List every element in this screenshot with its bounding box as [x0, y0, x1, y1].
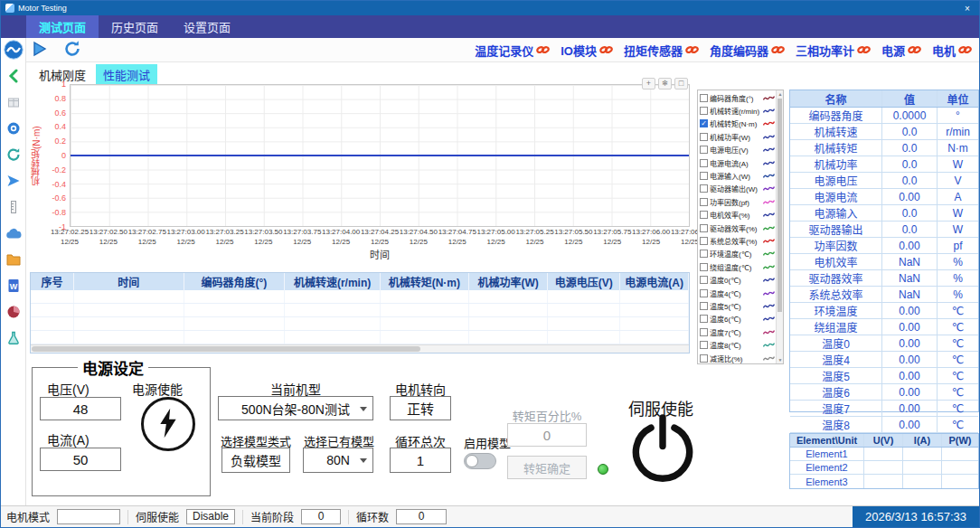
- nav-tab-2[interactable]: 设置页面: [171, 15, 243, 38]
- legend-scroll-thumb[interactable]: [777, 99, 782, 312]
- legend-item-20[interactable]: 减速比(%): [700, 352, 775, 364]
- legend-item-2[interactable]: ✓机械转矩(N·m): [700, 118, 775, 130]
- legend-item-6[interactable]: 电源输入(W): [700, 169, 775, 182]
- cycle-count-input[interactable]: [390, 448, 451, 473]
- legend-item-15[interactable]: 温度4(℃): [700, 287, 775, 299]
- checkbox[interactable]: [700, 159, 708, 167]
- checkbox[interactable]: [700, 224, 708, 232]
- link-broken-icon[interactable]: [771, 43, 785, 56]
- checkbox[interactable]: [700, 94, 708, 102]
- legend-item-18[interactable]: 温度7(℃): [700, 325, 775, 338]
- start-test-button[interactable]: [32, 41, 47, 60]
- scrollbar-thumb[interactable]: [32, 346, 420, 352]
- cloud-icon[interactable]: [4, 224, 24, 242]
- ruler-icon[interactable]: [4, 198, 24, 216]
- legend-item-10[interactable]: 驱动器效率(%): [700, 222, 775, 234]
- checkbox[interactable]: [700, 315, 708, 323]
- link-broken-icon[interactable]: [599, 43, 613, 56]
- checkbox[interactable]: [700, 184, 708, 193]
- pan-icon[interactable]: +: [642, 78, 655, 90]
- checkbox[interactable]: [700, 263, 708, 271]
- legend-item-12[interactable]: 环境温度(℃): [700, 248, 775, 260]
- document-icon[interactable]: W: [4, 277, 24, 295]
- legend-item-3[interactable]: 机械功率(W): [700, 130, 775, 143]
- torque-confirm-button[interactable]: 转矩确定: [507, 456, 587, 479]
- package-icon[interactable]: [4, 93, 24, 111]
- link-broken-icon[interactable]: [908, 43, 921, 56]
- snowflake-icon[interactable]: ❄: [658, 78, 672, 90]
- legend-item-8[interactable]: 功率因数(pf): [700, 195, 775, 208]
- link-broken-icon[interactable]: [958, 43, 972, 56]
- refresh-button[interactable]: [63, 40, 81, 61]
- checkbox[interactable]: [700, 237, 708, 245]
- legend-item-19[interactable]: 温度8(℃): [700, 338, 775, 351]
- checkbox[interactable]: [700, 198, 708, 206]
- scroll-up-icon[interactable]: ▲: [777, 91, 784, 97]
- checkbox[interactable]: [700, 341, 708, 349]
- data-col-header[interactable]: 时间: [74, 273, 184, 290]
- legend-item-14[interactable]: 温度0(℃): [700, 273, 775, 286]
- stats-icon[interactable]: [4, 303, 24, 321]
- legend-item-11[interactable]: 系统总效率(%): [700, 234, 775, 247]
- legend-item-5[interactable]: 电源电流(A): [700, 156, 775, 169]
- legend-scrollbar[interactable]: ▲ ▼: [776, 90, 783, 363]
- servo-enable-button[interactable]: [627, 413, 699, 496]
- data-col-header[interactable]: 序号: [31, 273, 74, 290]
- data-col-header[interactable]: 编码器角度(°): [184, 273, 286, 290]
- target-icon[interactable]: [4, 119, 24, 137]
- legend-item-1[interactable]: 机械转速(r/min): [700, 104, 775, 117]
- data-col-header[interactable]: 机械转矩(N·m): [381, 273, 469, 290]
- close-icon[interactable]: ×: [960, 4, 975, 14]
- scroll-down-icon[interactable]: ▼: [777, 357, 784, 363]
- model-type-box[interactable]: 负载模型: [221, 448, 290, 473]
- checkbox[interactable]: [700, 289, 708, 297]
- checkbox[interactable]: [700, 276, 708, 284]
- checkbox[interactable]: [700, 250, 708, 258]
- nav-tab-0[interactable]: 测试页面: [26, 15, 99, 38]
- values-cell: 电源输入: [790, 205, 882, 221]
- data-col-header[interactable]: 电源电流(A): [620, 273, 689, 290]
- checkbox[interactable]: [700, 302, 708, 310]
- checkbox[interactable]: [700, 172, 708, 180]
- link-broken-icon[interactable]: [536, 43, 550, 56]
- enable-model-toggle[interactable]: [464, 453, 496, 469]
- legend-item-13[interactable]: 绕组温度(℃): [700, 260, 775, 273]
- legend-item-0[interactable]: 编码器角度(°): [700, 91, 775, 104]
- checkbox[interactable]: [700, 211, 708, 219]
- legend-item-16[interactable]: 温度5(℃): [700, 299, 775, 312]
- sub-tab-1[interactable]: 性能测试: [96, 64, 157, 85]
- folder-icon[interactable]: [4, 250, 24, 269]
- checkbox[interactable]: [700, 107, 708, 115]
- data-col-header[interactable]: 机械转速(r/min): [285, 273, 381, 290]
- existing-model-select[interactable]: 80N: [303, 448, 373, 473]
- legend-item-17[interactable]: 温度6(℃): [700, 313, 775, 325]
- sync-icon[interactable]: [4, 146, 24, 164]
- send-icon[interactable]: [4, 172, 24, 190]
- data-col-header[interactable]: 电源电压(V): [548, 273, 620, 290]
- plot-area[interactable]: [70, 84, 690, 227]
- nav-tab-1[interactable]: 历史页面: [99, 15, 171, 38]
- legend-item-4[interactable]: 电源电压(V): [700, 144, 775, 156]
- torque-percent-input[interactable]: [507, 423, 587, 447]
- checkbox[interactable]: ✓: [700, 119, 708, 127]
- current-model-select[interactable]: 500N台架-80N测试: [218, 396, 373, 420]
- legend-item-9[interactable]: 电机效率(%): [700, 209, 775, 222]
- horizontal-scrollbar[interactable]: [31, 344, 689, 353]
- current-input[interactable]: [40, 448, 121, 471]
- link-broken-icon[interactable]: [685, 43, 699, 56]
- flask-icon[interactable]: [4, 329, 24, 347]
- checkbox[interactable]: [700, 328, 708, 336]
- motor-direction-box[interactable]: 正转: [390, 396, 451, 420]
- link-broken-icon[interactable]: [857, 43, 871, 56]
- legend-item-7[interactable]: 驱动器输出(W): [700, 183, 775, 195]
- logo-icon[interactable]: [4, 41, 24, 59]
- checkbox[interactable]: [700, 354, 708, 363]
- fullscreen-icon[interactable]: □: [674, 78, 688, 90]
- back-icon[interactable]: [4, 67, 24, 85]
- data-col-header[interactable]: 机械功率(W): [469, 273, 549, 290]
- power-enable-button[interactable]: [141, 397, 195, 451]
- series-label: 温度6(℃): [710, 314, 761, 324]
- checkbox[interactable]: [700, 146, 708, 154]
- checkbox[interactable]: [700, 133, 708, 141]
- voltage-input[interactable]: [40, 397, 121, 420]
